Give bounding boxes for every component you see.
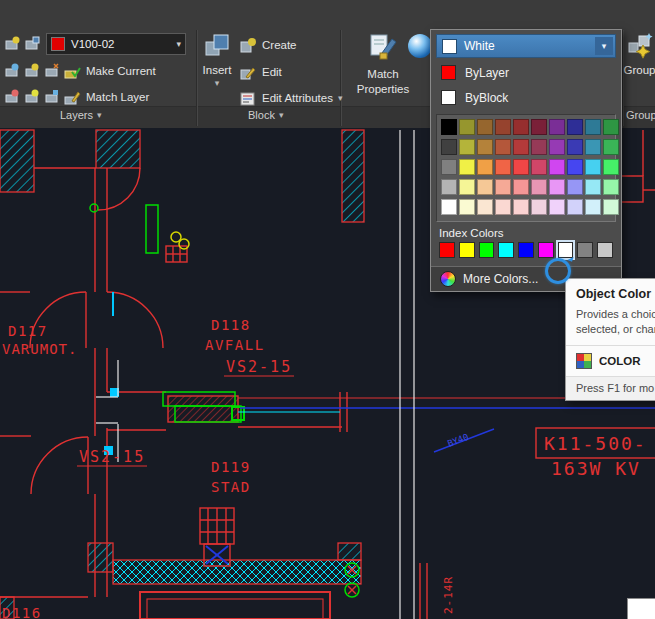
- layer-lock-icon[interactable]: [44, 62, 61, 79]
- palette-swatch[interactable]: [549, 159, 565, 175]
- palette-swatch[interactable]: [549, 119, 565, 135]
- layer-freeze-icon[interactable]: [4, 62, 21, 79]
- palette-swatch[interactable]: [549, 139, 565, 155]
- group-button[interactable]: Group: [624, 31, 655, 76]
- block-panel-label[interactable]: Block▾: [248, 109, 283, 121]
- palette-swatch[interactable]: [441, 159, 457, 175]
- palette-swatch[interactable]: [585, 199, 601, 215]
- match-layer-label: Match Layer: [86, 91, 149, 103]
- palette-swatch[interactable]: [567, 179, 583, 195]
- palette-swatch[interactable]: [549, 179, 565, 195]
- selected-color-value: White: [464, 39, 495, 53]
- byblock-swatch: [441, 90, 456, 105]
- room-label-varumot: VARUMOT.: [2, 341, 77, 357]
- color-palette-grid: [441, 119, 611, 217]
- palette-swatch[interactable]: [459, 139, 475, 155]
- palette-swatch[interactable]: [495, 119, 511, 135]
- create-block-button[interactable]: Create: [240, 34, 297, 56]
- palette-swatch[interactable]: [477, 159, 493, 175]
- layer-isolate-icon[interactable]: [24, 35, 41, 52]
- index-color-swatch[interactable]: [479, 242, 495, 258]
- insert-block-button[interactable]: Insert ▾: [198, 32, 236, 88]
- match-layer-button[interactable]: Match Layer: [64, 86, 149, 108]
- index-color-swatch[interactable]: [538, 242, 554, 258]
- index-color-swatch[interactable]: [498, 242, 514, 258]
- layer-color-swatch: [51, 37, 65, 51]
- palette-swatch[interactable]: [495, 139, 511, 155]
- palette-swatch[interactable]: [459, 159, 475, 175]
- palette-swatch[interactable]: [531, 199, 547, 215]
- palette-swatch[interactable]: [513, 179, 529, 195]
- palette-swatch[interactable]: [495, 159, 511, 175]
- palette-swatch[interactable]: [513, 199, 529, 215]
- color-item-byblock[interactable]: ByBlock: [431, 85, 621, 110]
- color-combo-dropdown-button[interactable]: ▾: [595, 37, 613, 55]
- palette-swatch[interactable]: [567, 199, 583, 215]
- match-properties-label-line1: Match: [367, 68, 398, 80]
- layer-off-icon[interactable]: [24, 62, 41, 79]
- palette-swatch[interactable]: [585, 119, 601, 135]
- palette-swatch[interactable]: [495, 179, 511, 195]
- color-sphere-icon[interactable]: [408, 34, 432, 58]
- palette-swatch[interactable]: [459, 119, 475, 135]
- palette-swatch[interactable]: [531, 139, 547, 155]
- color-combo-field[interactable]: White ▾: [436, 34, 616, 58]
- layer-walk-icon[interactable]: [4, 88, 21, 105]
- insert-label: Insert: [203, 64, 232, 76]
- palette-swatch[interactable]: [477, 199, 493, 215]
- palette-swatch[interactable]: [567, 159, 583, 175]
- layer-states-icon[interactable]: [4, 35, 21, 52]
- tooltip-body-line2: selected, or char: [576, 322, 655, 337]
- palette-swatch[interactable]: [603, 139, 619, 155]
- palette-swatch[interactable]: [531, 179, 547, 195]
- palette-swatch[interactable]: [585, 139, 601, 155]
- insert-block-icon: [204, 32, 231, 61]
- palette-swatch[interactable]: [603, 199, 619, 215]
- cursor-ring-indicator: [545, 258, 571, 284]
- palette-swatch[interactable]: [441, 139, 457, 155]
- bylayer-label: ByLayer: [465, 66, 509, 80]
- edit-block-button[interactable]: Edit: [240, 61, 282, 83]
- palette-swatch[interactable]: [459, 199, 475, 215]
- palette-swatch[interactable]: [603, 119, 619, 135]
- palette-swatch[interactable]: [531, 159, 547, 175]
- index-color-swatch[interactable]: [577, 242, 593, 258]
- palette-swatch[interactable]: [567, 119, 583, 135]
- group-button-label: Group: [624, 64, 655, 76]
- palette-swatch[interactable]: [567, 139, 583, 155]
- palette-swatch[interactable]: [513, 139, 529, 155]
- palette-swatch[interactable]: [477, 139, 493, 155]
- palette-swatch[interactable]: [495, 199, 511, 215]
- index-color-swatch[interactable]: [597, 242, 613, 258]
- palette-swatch[interactable]: [603, 159, 619, 175]
- tooltip-command-row: COLOR: [576, 353, 655, 369]
- tooltip-command-name: COLOR: [599, 355, 641, 367]
- palette-swatch[interactable]: [513, 119, 529, 135]
- palette-swatch[interactable]: [531, 119, 547, 135]
- palette-swatch[interactable]: [477, 119, 493, 135]
- palette-swatch[interactable]: [585, 179, 601, 195]
- palette-swatch[interactable]: [441, 119, 457, 135]
- layer-dropdown[interactable]: V100-02 ▾: [46, 33, 186, 55]
- layer-thaw-icon[interactable]: [24, 88, 41, 105]
- palette-swatch[interactable]: [441, 199, 457, 215]
- index-color-swatch[interactable]: [439, 242, 455, 258]
- palette-swatch[interactable]: [459, 179, 475, 195]
- palette-swatch[interactable]: [477, 179, 493, 195]
- group-panel-label[interactable]: Group: [626, 109, 655, 121]
- palette-swatch[interactable]: [549, 199, 565, 215]
- palette-swatch[interactable]: [603, 179, 619, 195]
- palette-swatch[interactable]: [441, 179, 457, 195]
- color-command-icon: [576, 353, 592, 369]
- index-color-swatch[interactable]: [518, 242, 534, 258]
- layer-unlock-icon[interactable]: [44, 88, 61, 105]
- color-item-bylayer[interactable]: ByLayer: [431, 60, 621, 85]
- palette-swatch[interactable]: [513, 159, 529, 175]
- palette-swatch[interactable]: [585, 159, 601, 175]
- make-current-button[interactable]: Make Current: [64, 60, 156, 82]
- match-properties-icon: [368, 31, 398, 65]
- edit-attributes-button[interactable]: Edit Attributes ▾: [240, 87, 343, 109]
- layer-dropdown-value: V100-02: [71, 38, 114, 50]
- index-color-swatch[interactable]: [459, 242, 475, 258]
- layers-panel-label[interactable]: Layers▾: [60, 109, 102, 121]
